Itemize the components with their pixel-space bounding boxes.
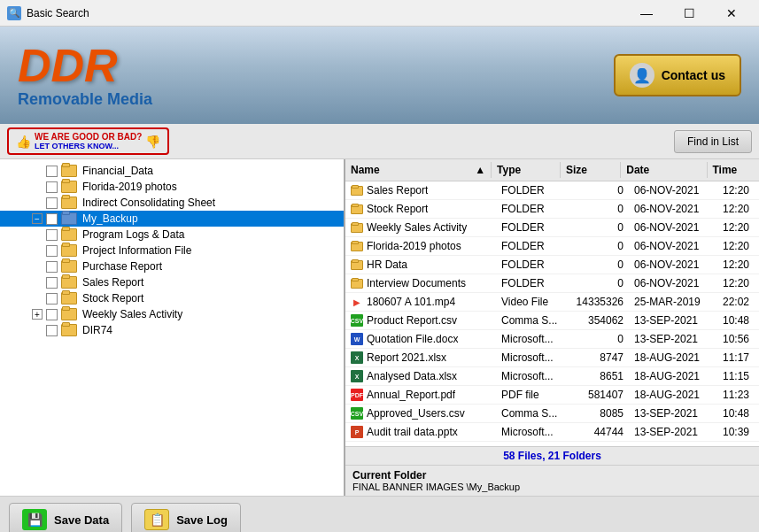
- save-data-button[interactable]: 💾 Save Data: [9, 503, 122, 532]
- file-row[interactable]: PAudit trail data.pptxMicrosoft...447441…: [345, 423, 759, 442]
- app-icon: 🔍: [7, 6, 21, 20]
- file-row[interactable]: WQuotation File.docxMicrosoft...013-SEP-…: [345, 330, 759, 349]
- window-title: Basic Search: [27, 7, 626, 19]
- tree-checkbox[interactable]: [46, 325, 58, 336]
- file-row[interactable]: Interview DocumentsFOLDER006-NOV-202112:…: [345, 274, 759, 293]
- file-type-cell: FOLDER: [496, 182, 567, 198]
- file-name: Analysed Data.xlsx: [367, 370, 457, 382]
- rating-text-bottom: LET OTHERS KNOW...: [35, 142, 142, 150]
- files-count-bar: 58 Files, 21 Folders: [345, 446, 759, 465]
- save-log-button[interactable]: 📋 Save Log: [131, 503, 241, 532]
- file-name: Sales Report: [367, 184, 428, 197]
- file-type-cell: PDF file: [496, 387, 567, 403]
- file-size-cell: 8747: [567, 350, 629, 366]
- folder-icon: [61, 308, 77, 320]
- tree-item[interactable]: Financial_Data: [0, 163, 344, 179]
- folder-icon: [61, 292, 77, 305]
- file-date-cell: 13-SEP-2021: [629, 424, 717, 440]
- file-row[interactable]: CSVApproved_Users.csvComma S...808513-SE…: [345, 405, 759, 423]
- rating-text-top: WE ARE GOOD OR BAD?: [35, 132, 142, 142]
- expand-icon: [32, 293, 43, 304]
- file-date-cell: 18-AUG-2021: [629, 350, 717, 366]
- contact-icon: 👤: [630, 63, 654, 88]
- file-size-cell: 0: [567, 275, 629, 291]
- tree-checkbox[interactable]: [46, 245, 58, 257]
- tree-label: DIR74: [82, 324, 112, 336]
- tree-container[interactable]: Financial_DataFlorida-2019 photosIndirec…: [0, 159, 344, 496]
- close-button[interactable]: ✕: [711, 1, 752, 26]
- file-size-cell: 0: [567, 331, 629, 347]
- expand-icon[interactable]: −: [32, 213, 43, 224]
- tree-item[interactable]: Program Logs & Data: [0, 227, 344, 243]
- find-in-list-button[interactable]: Find in List: [674, 130, 752, 153]
- file-row[interactable]: Sales ReportFOLDER006-NOV-202112:20: [345, 181, 759, 200]
- tree-checkbox[interactable]: [46, 213, 58, 225]
- tree-item[interactable]: Project Information File: [0, 243, 344, 258]
- tree-item[interactable]: DIR74: [0, 322, 344, 338]
- tree-checkbox[interactable]: [46, 229, 58, 241]
- tree-checkbox[interactable]: [46, 277, 58, 289]
- maximize-button[interactable]: ☐: [669, 1, 709, 26]
- tree-item[interactable]: Sales Report: [0, 274, 344, 290]
- file-row[interactable]: 180607 A 101.mp4Video File1433532625-MAR…: [345, 293, 759, 312]
- file-name: Interview Documents: [367, 277, 466, 289]
- file-row[interactable]: Florida-2019 photosFOLDER006-NOV-202112:…: [345, 237, 759, 256]
- minimize-button[interactable]: —: [626, 1, 667, 26]
- tree-item[interactable]: Indirect Consolidating Sheet: [0, 195, 344, 211]
- tree-item[interactable]: Stock Report: [0, 290, 344, 306]
- col-time-header[interactable]: Time: [708, 162, 760, 178]
- tree-checkbox[interactable]: [46, 181, 58, 193]
- file-size-cell: 44744: [567, 424, 629, 440]
- file-type-cell: Comma S...: [496, 405, 567, 421]
- file-name: Quotation File.docx: [367, 333, 458, 345]
- folder-icon: [61, 212, 77, 225]
- file-row[interactable]: XAnalysed Data.xlsxMicrosoft...865118-AU…: [345, 367, 759, 386]
- file-type-cell: FOLDER: [496, 275, 567, 291]
- file-row[interactable]: XReport 2021.xlsxMicrosoft...874718-AUG-…: [345, 349, 759, 367]
- file-time-cell: 10:48: [717, 312, 759, 328]
- file-date-cell: 13-SEP-2021: [629, 312, 717, 328]
- expand-icon[interactable]: +: [32, 309, 43, 320]
- file-row[interactable]: Weekly Sales ActivityFOLDER006-NOV-20211…: [345, 219, 759, 237]
- rating-badge[interactable]: 👍 WE ARE GOOD OR BAD? LET OTHERS KNOW...…: [7, 127, 169, 155]
- file-date-cell: 06-NOV-2021: [629, 182, 717, 198]
- file-time-cell: 12:20: [717, 275, 759, 291]
- tree-checkbox[interactable]: [46, 261, 58, 273]
- tree-checkbox[interactable]: [46, 309, 58, 320]
- file-size-cell: 0: [567, 220, 629, 235]
- tree-item[interactable]: −My_Backup: [0, 211, 344, 227]
- col-date-header[interactable]: Date: [621, 162, 707, 178]
- tree-item[interactable]: Purchase Report: [0, 258, 344, 274]
- expand-icon: [32, 197, 43, 208]
- expand-icon: [32, 277, 43, 288]
- rating-text: WE ARE GOOD OR BAD? LET OTHERS KNOW...: [35, 132, 142, 150]
- tree-checkbox[interactable]: [46, 197, 58, 209]
- file-time-cell: 10:39: [717, 424, 759, 440]
- tree-item[interactable]: +Weekly Sales Activity: [0, 306, 344, 322]
- col-name-header[interactable]: Name ▲: [345, 162, 492, 178]
- folder-icon: [61, 197, 77, 209]
- pdf-icon: PDF: [351, 389, 363, 401]
- file-size-cell: 354062: [567, 312, 629, 328]
- tree-checkbox[interactable]: [46, 293, 58, 305]
- tree-label: Stock Report: [82, 292, 143, 305]
- file-list[interactable]: Sales ReportFOLDER006-NOV-202112:20Stock…: [345, 181, 759, 446]
- file-row[interactable]: HR DataFOLDER006-NOV-202112:20: [345, 256, 759, 274]
- file-type-cell: Microsoft...: [496, 350, 567, 366]
- file-name-cell: Florida-2019 photos: [345, 238, 496, 254]
- file-row[interactable]: PDFAnnual_Report.pdfPDF file58140718-AUG…: [345, 386, 759, 405]
- file-row[interactable]: CSVProduct Report.csvComma S...35406213-…: [345, 312, 759, 330]
- tree-item[interactable]: Florida-2019 photos: [0, 179, 344, 195]
- file-time-cell: 11:23: [717, 387, 759, 403]
- file-time-cell: 12:20: [717, 238, 759, 254]
- tree-checkbox[interactable]: [46, 166, 58, 177]
- header: DDR Removable Media 👤 Contact us: [0, 27, 759, 124]
- file-row[interactable]: Stock ReportFOLDER006-NOV-202112:20: [345, 200, 759, 219]
- tree-label: Financial_Data: [82, 165, 153, 177]
- save-log-label: Save Log: [176, 513, 228, 527]
- col-type-header[interactable]: Type: [492, 162, 561, 178]
- col-size-header[interactable]: Size: [561, 162, 621, 178]
- window-controls: — ☐ ✕: [626, 1, 752, 26]
- file-name-cell: Interview Documents: [345, 275, 496, 291]
- contact-button[interactable]: 👤 Contact us: [614, 54, 741, 96]
